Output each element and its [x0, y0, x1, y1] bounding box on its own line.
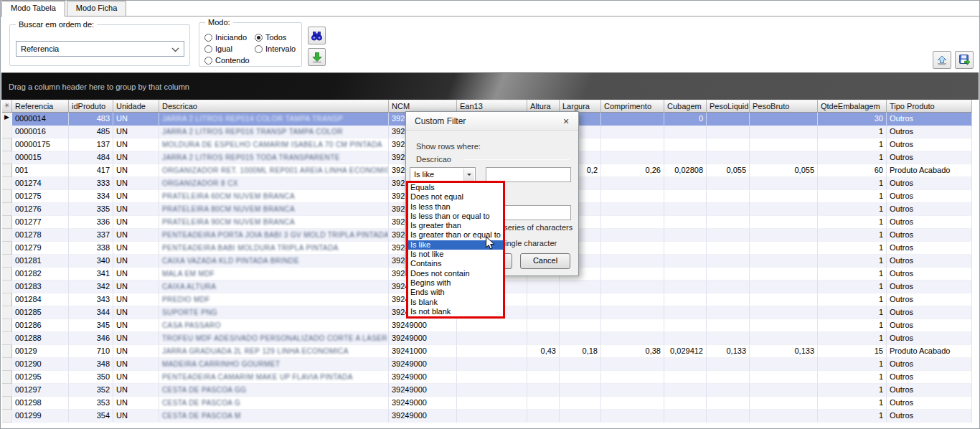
cell-un[interactable]: UN	[113, 358, 159, 371]
cell-desc[interactable]: MALA EM MDF	[159, 268, 389, 280]
cell-pb[interactable]	[750, 358, 818, 371]
cell-id[interactable]: 353	[69, 397, 113, 410]
cell-un[interactable]: UN	[113, 229, 159, 242]
cell-comp[interactable]	[601, 358, 664, 371]
filter-operator-option[interactable]: Begins with	[408, 278, 503, 288]
cell-pb[interactable]	[750, 177, 818, 190]
cell-pb[interactable]: 0,133	[750, 345, 818, 358]
cell-pb[interactable]	[750, 216, 818, 229]
cell-pb[interactable]	[750, 151, 818, 164]
cell-desc[interactable]: ORGANIZADOR 8 CX	[159, 177, 389, 190]
cell-id[interactable]: 346	[69, 332, 113, 345]
cell-comp[interactable]	[601, 371, 664, 384]
cell-alt[interactable]	[527, 384, 560, 397]
row-indicator[interactable]	[2, 332, 12, 345]
cell-tipo[interactable]: Outros	[887, 306, 972, 319]
cell-comp[interactable]	[601, 384, 664, 397]
filter-value-input-1[interactable]	[486, 167, 571, 182]
row-indicator[interactable]	[2, 410, 12, 423]
mode-radio-igual[interactable]: Igual	[204, 43, 255, 55]
filter-operator-option[interactable]: Ends with	[408, 288, 503, 297]
cell-ref[interactable]: 001282	[12, 268, 69, 280]
cell-tipo[interactable]: Outros	[887, 332, 972, 345]
cell-qtde[interactable]: 1	[818, 384, 887, 397]
cell-un[interactable]: UN	[113, 138, 159, 151]
cell-ean[interactable]	[457, 371, 527, 384]
cell-pb[interactable]	[750, 371, 818, 384]
cell-qtde[interactable]: 1	[818, 332, 887, 345]
cell-alt[interactable]	[527, 293, 560, 306]
cell-un[interactable]: UN	[113, 216, 159, 229]
cell-pb[interactable]	[750, 410, 818, 423]
cell-ncm[interactable]: 39249000	[389, 358, 457, 371]
cell-desc[interactable]: SUPORTE PNG	[159, 306, 389, 319]
cell-comp[interactable]	[601, 255, 664, 268]
search-order-combobox[interactable]: Referencia	[16, 41, 184, 57]
cell-ref[interactable]: 001297	[12, 384, 69, 397]
cell-pb[interactable]: 0,055	[750, 164, 818, 177]
upload-button[interactable]	[933, 51, 951, 69]
cell-qtde[interactable]: 1	[818, 358, 887, 371]
close-icon[interactable]: ×	[560, 116, 572, 127]
cell-un[interactable]: UN	[113, 306, 159, 319]
cell-comp[interactable]	[601, 280, 664, 293]
cell-cub[interactable]	[664, 280, 707, 293]
cell-larg[interactable]	[560, 293, 601, 306]
row-indicator[interactable]	[2, 255, 12, 268]
cell-tipo[interactable]: Outros	[887, 410, 972, 423]
cell-desc[interactable]: PENTEADEIRA PORTA JOIA BABI 3 GV MOLD TR…	[159, 229, 389, 242]
cell-comp[interactable]	[601, 410, 664, 423]
row-indicator[interactable]	[2, 151, 12, 164]
cell-qtde[interactable]: 1	[818, 242, 887, 255]
cell-qtde[interactable]: 1	[818, 255, 887, 268]
cell-tipo[interactable]: Produto Acabado	[887, 345, 972, 358]
cell-cub[interactable]	[664, 138, 707, 151]
cell-cub[interactable]	[664, 268, 707, 280]
cell-pb[interactable]	[750, 138, 818, 151]
cell-ean[interactable]	[457, 319, 527, 332]
tab-modo-ficha[interactable]: Modo Ficha	[67, 1, 126, 16]
table-row[interactable]: 001297352UNCESTA DE PASCOA GG392490001Ou…	[2, 384, 972, 397]
cell-desc[interactable]: JARRA 2 LITROS REP016 TRANSP TAMPA COLOR	[159, 126, 389, 138]
cell-un[interactable]: UN	[113, 384, 159, 397]
cell-pb[interactable]	[750, 242, 818, 255]
cell-desc[interactable]: CESTA DE PASCOA G	[159, 397, 389, 410]
cell-comp[interactable]	[601, 306, 664, 319]
grid-customize-header[interactable]: ✳	[2, 100, 12, 113]
cell-pb[interactable]	[750, 384, 818, 397]
cell-cub[interactable]	[664, 229, 707, 242]
cell-pl[interactable]	[707, 242, 750, 255]
cell-comp[interactable]	[601, 113, 664, 126]
cell-qtde[interactable]: 60	[818, 164, 887, 177]
cell-ref[interactable]: 001299	[12, 410, 69, 423]
cell-id[interactable]: 485	[69, 126, 113, 138]
cancel-button[interactable]: Cancel	[520, 253, 570, 269]
cell-qtde[interactable]: 1	[818, 410, 887, 423]
cell-id[interactable]: 343	[69, 293, 113, 306]
cell-larg[interactable]	[560, 280, 601, 293]
cell-larg[interactable]	[560, 306, 601, 319]
filter-operator-option[interactable]: Does not equal	[408, 192, 503, 202]
cell-ref[interactable]: 001281	[12, 255, 69, 268]
cell-tipo[interactable]: Outros	[887, 371, 972, 384]
cell-id[interactable]: 337	[69, 229, 113, 242]
cell-id[interactable]: 137	[69, 138, 113, 151]
cell-ean[interactable]	[457, 410, 527, 423]
cell-ref[interactable]: 001283	[12, 280, 69, 293]
cell-ref[interactable]: 0000016	[12, 126, 69, 138]
cell-un[interactable]: UN	[113, 268, 159, 280]
cell-qtde[interactable]: 1	[818, 229, 887, 242]
cell-cub[interactable]	[664, 216, 707, 229]
cell-un[interactable]: UN	[113, 113, 159, 126]
cell-larg[interactable]: 0,18	[560, 345, 601, 358]
mode-radio-todos[interactable]: Todos	[255, 32, 306, 43]
cell-qtde[interactable]: 1	[818, 268, 887, 280]
cell-pl[interactable]: 0,133	[707, 345, 750, 358]
cell-cub[interactable]	[664, 293, 707, 306]
cell-alt[interactable]	[527, 410, 560, 423]
row-indicator[interactable]	[2, 190, 12, 203]
cell-id[interactable]: 333	[69, 177, 113, 190]
cell-ref[interactable]: 001286	[12, 319, 69, 332]
cell-alt[interactable]	[527, 306, 560, 319]
cell-tipo[interactable]: Outros	[887, 113, 972, 126]
